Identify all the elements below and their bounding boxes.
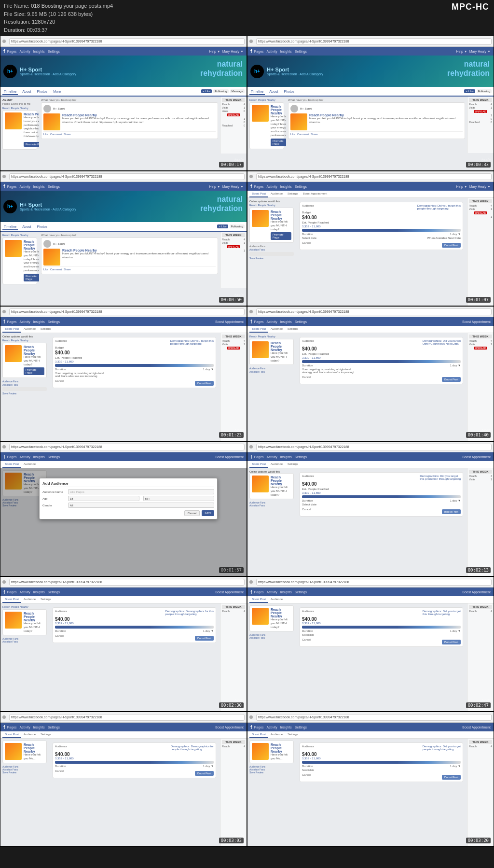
content-left-1: ABOUT Public: Leave this to Hp Reach Peo…: [0, 97, 39, 154]
fb-nav-2: f Pages Activity Insights Settings Help …: [247, 47, 494, 56]
thumbnail-grid: https://www.facebook.com/pages/H-Sport/1…: [0, 36, 494, 847]
timestamp-1: 00:00:17: [219, 162, 244, 168]
timestamp-4: 00:01:07: [466, 297, 491, 303]
content-right-1: What have you been up to? H+ Sport Reac: [39, 97, 220, 154]
gender-input[interactable]: All: [68, 503, 214, 508]
file-name: File Name: 018 Boosting your page posts.…: [4, 2, 490, 10]
h-logo: h+: [3, 65, 17, 78]
file-resolution: Resolution: 1280x720: [4, 18, 490, 26]
page-content-2: h+ H+ Sport Sports & Recreation · Add A …: [247, 56, 494, 170]
boost-panel-9: Audience Demographics: Demographics for …: [53, 607, 216, 643]
timestamp-12: 00:03:20: [466, 838, 491, 843]
boost-panel-5: Audience Demographics: Did you target th…: [53, 337, 216, 388]
thumbnail-6[interactable]: https://www.facebook.com/pages/H-Sport/1…: [247, 306, 494, 441]
age-max-input[interactable]: 65+: [143, 496, 215, 501]
thumbnail-8[interactable]: https://www.facebook.com/pages/H-Sport/1…: [247, 441, 494, 576]
dialog-cancel-btn[interactable]: Cancel: [184, 510, 200, 516]
browser-url-1: https://www.facebook.com/pages/H-Sport/1…: [9, 38, 245, 45]
thumbnail-11[interactable]: https://www.facebook.com/pages/H-Sport/1…: [0, 712, 247, 847]
lynda-logo-1: lynda: [234, 157, 244, 162]
browser-dot: [2, 40, 6, 43]
thumbnail-4[interactable]: https://www.facebook.com/pages/H-Sport/1…: [247, 171, 494, 306]
lynda-logo-2: lynda: [481, 157, 491, 162]
boost-post-btn-12[interactable]: Boost Post: [442, 775, 461, 780]
lynda-logo-5: lynda: [234, 428, 244, 432]
boost-post-btn[interactable]: Boost Post: [442, 243, 461, 248]
product-image: [5, 112, 22, 129]
cover-text: H+ Sport Sports & Recreation · Add A Cat…: [20, 67, 76, 76]
thumbnail-9[interactable]: https://www.facebook.com/pages/H-Sport/1…: [0, 576, 247, 712]
file-info-panel: File Name: 018 Boosting your page posts.…: [0, 0, 494, 36]
audience-name-input[interactable]: Like Pages: [68, 489, 214, 494]
boost-panel-8: Audience Demographics: Did you targetthi…: [300, 472, 463, 517]
lynda-logo-11: lynda: [234, 833, 244, 838]
thumbnail-12[interactable]: https://www.facebook.com/pages/H-Sport/1…: [247, 712, 494, 847]
post-preview-box: Reach People Nearby Have you felt you MU…: [2, 110, 37, 150]
cover-area-1: h+ H+ Sport Sports & Recreation · Add A …: [0, 56, 247, 87]
browser-url-2: https://www.facebook.com/pages/H-Sport/1…: [256, 38, 492, 45]
boost-panel-10: Audience Demographics: Did you targetthi…: [300, 607, 463, 647]
age-input[interactable]: 18: [68, 496, 139, 501]
product-img-main: [43, 113, 60, 130]
browser-dot-2: [249, 40, 253, 43]
timestamp-5: 00:01:23: [219, 432, 244, 438]
dialog-save-btn[interactable]: Save: [202, 510, 214, 516]
timestamp-9: 00:02:30: [219, 702, 244, 708]
audience-dialog: Add Audience Audience Name Like Pages Ag…: [39, 478, 218, 519]
lynda-logo-4: lynda: [481, 293, 491, 297]
boost-panel-6: Audience Demographics: Did you targetOth…: [300, 337, 463, 384]
boost-panel-11: Audience Demographics: Demographics forp…: [53, 742, 216, 778]
file-duration: Duration: 00:03:37: [4, 26, 490, 34]
post-avatar: [43, 105, 51, 112]
fb-nav-1: f Pages Activity Insights Settings Help …: [0, 47, 247, 56]
main-post-box: H+ Sport Reach People Nearby Have you fe…: [41, 102, 218, 139]
right-sidebar-1: THIS WEEK Reach4 Visits1 Likes0 UNREAD 1…: [220, 97, 247, 154]
thumbnail-1[interactable]: https://www.facebook.com/pages/H-Sport/1…: [0, 36, 247, 171]
page-nav-1: Timeline About Photos More + Like Follow…: [0, 87, 247, 97]
reach-bar: [302, 229, 461, 232]
timestamp-11: 00:03:03: [219, 838, 244, 843]
fb-nav-items: Pages Activity Insights Settings: [7, 50, 60, 53]
timestamp-6: 00:01:40: [466, 432, 491, 438]
boost-post-btn-10[interactable]: Boost Post: [442, 640, 461, 644]
boost-tabs: Boost Post Audience Settings Boost Appoi…: [247, 191, 494, 198]
content-body-1: ABOUT Public: Leave this to Hp Reach Peo…: [0, 97, 247, 154]
browser-bar-1: https://www.facebook.com/pages/H-Sport/1…: [0, 36, 247, 47]
dialog-title: Add Audience: [42, 481, 214, 487]
page-content-1: h+ H+ Sport Sports & Recreation · Add A …: [0, 56, 247, 170]
thumbnail-7[interactable]: https://www.facebook.com/pages/H-Sport/1…: [0, 441, 247, 576]
file-size: File Size: 9.65 MB (10 126 638 bytes): [4, 10, 490, 18]
boost-post-btn-8[interactable]: Boost Post: [442, 509, 461, 514]
action-bar: Like Comment Share: [43, 131, 216, 137]
boost-post-btn-6[interactable]: Boost Post: [442, 377, 461, 382]
main-area-1: h+ H+ Sport Sports & Recreation · Add A …: [0, 56, 247, 170]
boost-panel-12: Audience Demographics: Did you targetpeo…: [300, 742, 463, 782]
boost-post-btn-5[interactable]: Boost Post: [195, 381, 214, 386]
boost-post-btn-9[interactable]: Boost Post: [195, 636, 214, 641]
lynda-logo-9: lynda: [234, 698, 244, 702]
lynda-logo-3: lynda: [234, 293, 244, 297]
timestamp-10: 00:02:47: [466, 702, 491, 708]
thumbnail-2[interactable]: https://www.facebook.com/pages/H-Sport/1…: [247, 36, 494, 171]
lynda-logo-6: lynda: [481, 428, 491, 432]
boost-post-btn-11[interactable]: Boost Post: [195, 771, 214, 776]
fb-right: Help ▼ Mary Healy ▼: [209, 50, 244, 53]
lynda-logo-12: lynda: [481, 833, 491, 838]
thumbnail-10[interactable]: https://www.facebook.com/pages/H-Sport/1…: [247, 576, 494, 712]
fb-logo: f: [3, 48, 5, 54]
boost-panel-4: Audience Demographics: Did you target th…: [300, 202, 463, 250]
timestamp-8: 00:02:13: [466, 567, 491, 573]
mpc-logo: MPC-HC: [452, 2, 489, 12]
timestamp-2: 00:00:33: [466, 162, 491, 168]
cover-tagline: naturalrehydration: [200, 59, 243, 78]
browser-bar-2: https://www.facebook.com/pages/H-Sport/1…: [247, 36, 494, 47]
thumbnail-3[interactable]: https://www.facebook.com/pages/H-Sport/1…: [0, 171, 247, 306]
timestamp-3: 00:00:50: [219, 297, 244, 303]
thumbnail-5[interactable]: https://www.facebook.com/pages/H-Sport/1…: [0, 306, 247, 441]
lynda-logo-8: lynda: [481, 563, 491, 567]
lynda-logo-10: lynda: [481, 698, 491, 702]
